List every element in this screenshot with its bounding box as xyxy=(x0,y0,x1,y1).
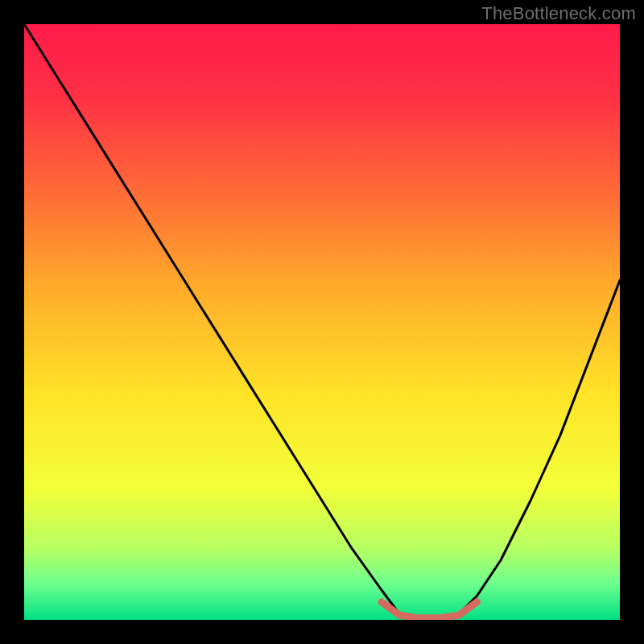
watermark-text: TheBottleneck.com xyxy=(481,3,636,24)
bottleneck-chart xyxy=(24,24,620,620)
chart-frame xyxy=(24,24,620,620)
chart-background xyxy=(24,24,620,620)
